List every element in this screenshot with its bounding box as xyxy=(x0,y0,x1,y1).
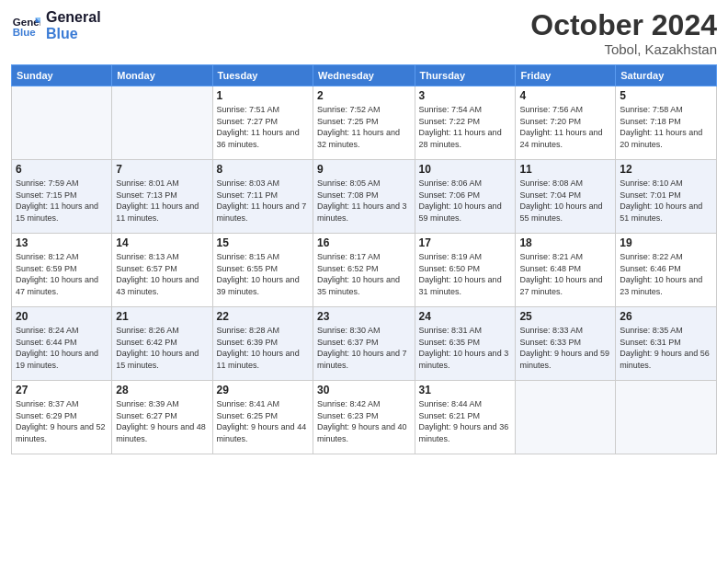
day-number: 9 xyxy=(317,163,411,176)
day-info: Sunrise: 7:56 AM Sunset: 7:20 PM Dayligh… xyxy=(519,104,611,150)
day-number: 16 xyxy=(317,236,411,249)
logo-general: General xyxy=(46,9,101,26)
table-row xyxy=(516,381,616,454)
day-info: Sunrise: 8:08 AM Sunset: 7:04 PM Dayligh… xyxy=(519,178,611,224)
day-info: Sunrise: 8:13 AM Sunset: 6:57 PM Dayligh… xyxy=(116,251,208,297)
table-row xyxy=(616,381,717,454)
day-number: 13 xyxy=(16,236,108,249)
day-info: Sunrise: 8:42 AM Sunset: 6:23 PM Dayligh… xyxy=(317,398,411,444)
day-info: Sunrise: 7:59 AM Sunset: 7:15 PM Dayligh… xyxy=(16,178,108,224)
table-row xyxy=(12,86,112,160)
logo: General Blue General Blue xyxy=(11,9,101,41)
table-row: 30Sunrise: 8:42 AM Sunset: 6:23 PM Dayli… xyxy=(313,381,415,454)
day-info: Sunrise: 8:44 AM Sunset: 6:21 PM Dayligh… xyxy=(419,398,512,444)
col-sunday: Sunday xyxy=(12,65,112,86)
day-number: 20 xyxy=(16,310,108,323)
calendar-week-row: 6Sunrise: 7:59 AM Sunset: 7:15 PM Daylig… xyxy=(12,160,717,234)
calendar-week-row: 27Sunrise: 8:37 AM Sunset: 6:29 PM Dayli… xyxy=(12,381,717,454)
table-row: 22Sunrise: 8:28 AM Sunset: 6:39 PM Dayli… xyxy=(212,307,313,381)
day-number: 7 xyxy=(116,163,208,176)
day-info: Sunrise: 8:03 AM Sunset: 7:11 PM Dayligh… xyxy=(217,178,309,224)
day-number: 14 xyxy=(116,236,208,249)
day-number: 28 xyxy=(116,384,208,396)
calendar-week-row: 13Sunrise: 8:12 AM Sunset: 6:59 PM Dayli… xyxy=(12,234,717,307)
table-row: 9Sunrise: 8:05 AM Sunset: 7:08 PM Daylig… xyxy=(313,160,415,234)
day-info: Sunrise: 8:37 AM Sunset: 6:29 PM Dayligh… xyxy=(16,398,108,444)
table-row: 16Sunrise: 8:17 AM Sunset: 6:52 PM Dayli… xyxy=(313,234,415,307)
day-number: 6 xyxy=(16,163,108,176)
day-info: Sunrise: 8:24 AM Sunset: 6:44 PM Dayligh… xyxy=(16,325,108,371)
day-info: Sunrise: 7:52 AM Sunset: 7:25 PM Dayligh… xyxy=(317,104,411,150)
col-monday: Monday xyxy=(112,65,212,86)
day-number: 4 xyxy=(519,89,611,102)
day-number: 8 xyxy=(217,163,309,176)
day-number: 22 xyxy=(217,310,309,323)
table-row: 7Sunrise: 8:01 AM Sunset: 7:13 PM Daylig… xyxy=(112,160,212,234)
day-number: 1 xyxy=(217,89,309,102)
day-info: Sunrise: 8:22 AM Sunset: 6:46 PM Dayligh… xyxy=(620,251,712,297)
day-info: Sunrise: 7:51 AM Sunset: 7:27 PM Dayligh… xyxy=(217,104,309,150)
day-number: 15 xyxy=(217,236,309,249)
day-info: Sunrise: 8:41 AM Sunset: 6:25 PM Dayligh… xyxy=(217,398,309,444)
table-row: 12Sunrise: 8:10 AM Sunset: 7:01 PM Dayli… xyxy=(616,160,717,234)
day-number: 29 xyxy=(217,384,309,396)
day-number: 21 xyxy=(116,310,208,323)
day-number: 5 xyxy=(620,89,712,102)
day-info: Sunrise: 7:58 AM Sunset: 7:18 PM Dayligh… xyxy=(620,104,712,150)
day-info: Sunrise: 8:35 AM Sunset: 6:31 PM Dayligh… xyxy=(620,325,712,371)
logo-blue: Blue xyxy=(46,26,101,42)
table-row: 18Sunrise: 8:21 AM Sunset: 6:48 PM Dayli… xyxy=(516,234,616,307)
logo-icon: General Blue xyxy=(11,11,40,40)
table-row: 14Sunrise: 8:13 AM Sunset: 6:57 PM Dayli… xyxy=(112,234,212,307)
header: General Blue General Blue October 2024 T… xyxy=(11,9,717,57)
day-number: 31 xyxy=(419,384,512,396)
day-number: 17 xyxy=(419,236,512,249)
day-info: Sunrise: 8:26 AM Sunset: 6:42 PM Dayligh… xyxy=(116,325,208,371)
calendar-header-row: Sunday Monday Tuesday Wednesday Thursday… xyxy=(12,65,717,86)
page: General Blue General Blue October 2024 T… xyxy=(0,0,728,563)
day-info: Sunrise: 8:15 AM Sunset: 6:55 PM Dayligh… xyxy=(217,251,309,297)
col-tuesday: Tuesday xyxy=(212,65,313,86)
table-row: 13Sunrise: 8:12 AM Sunset: 6:59 PM Dayli… xyxy=(12,234,112,307)
day-number: 2 xyxy=(317,89,411,102)
table-row: 24Sunrise: 8:31 AM Sunset: 6:35 PM Dayli… xyxy=(415,307,516,381)
day-info: Sunrise: 8:17 AM Sunset: 6:52 PM Dayligh… xyxy=(317,251,411,297)
calendar-week-row: 1Sunrise: 7:51 AM Sunset: 7:27 PM Daylig… xyxy=(12,86,717,160)
table-row: 8Sunrise: 8:03 AM Sunset: 7:11 PM Daylig… xyxy=(212,160,313,234)
table-row: 31Sunrise: 8:44 AM Sunset: 6:21 PM Dayli… xyxy=(415,381,516,454)
day-info: Sunrise: 8:01 AM Sunset: 7:13 PM Dayligh… xyxy=(116,178,208,224)
day-info: Sunrise: 8:33 AM Sunset: 6:33 PM Dayligh… xyxy=(519,325,611,371)
table-row: 21Sunrise: 8:26 AM Sunset: 6:42 PM Dayli… xyxy=(112,307,212,381)
day-number: 30 xyxy=(317,384,411,396)
title-area: October 2024 Tobol, Kazakhstan xyxy=(530,9,717,57)
calendar-table: Sunday Monday Tuesday Wednesday Thursday… xyxy=(11,64,717,454)
day-number: 27 xyxy=(16,384,108,396)
day-info: Sunrise: 8:31 AM Sunset: 6:35 PM Dayligh… xyxy=(419,325,512,371)
table-row: 27Sunrise: 8:37 AM Sunset: 6:29 PM Dayli… xyxy=(12,381,112,454)
table-row: 28Sunrise: 8:39 AM Sunset: 6:27 PM Dayli… xyxy=(112,381,212,454)
calendar-week-row: 20Sunrise: 8:24 AM Sunset: 6:44 PM Dayli… xyxy=(12,307,717,381)
day-number: 24 xyxy=(419,310,512,323)
table-row: 4Sunrise: 7:56 AM Sunset: 7:20 PM Daylig… xyxy=(516,86,616,160)
day-info: Sunrise: 8:10 AM Sunset: 7:01 PM Dayligh… xyxy=(620,178,712,224)
svg-text:Blue: Blue xyxy=(13,26,37,37)
col-friday: Friday xyxy=(516,65,616,86)
day-number: 23 xyxy=(317,310,411,323)
table-row: 25Sunrise: 8:33 AM Sunset: 6:33 PM Dayli… xyxy=(516,307,616,381)
table-row xyxy=(112,86,212,160)
table-row: 23Sunrise: 8:30 AM Sunset: 6:37 PM Dayli… xyxy=(313,307,415,381)
col-saturday: Saturday xyxy=(616,65,717,86)
table-row: 6Sunrise: 7:59 AM Sunset: 7:15 PM Daylig… xyxy=(12,160,112,234)
col-thursday: Thursday xyxy=(415,65,516,86)
table-row: 5Sunrise: 7:58 AM Sunset: 7:18 PM Daylig… xyxy=(616,86,717,160)
table-row: 19Sunrise: 8:22 AM Sunset: 6:46 PM Dayli… xyxy=(616,234,717,307)
day-number: 25 xyxy=(519,310,611,323)
table-row: 3Sunrise: 7:54 AM Sunset: 7:22 PM Daylig… xyxy=(415,86,516,160)
month-title: October 2024 xyxy=(530,9,717,41)
table-row: 20Sunrise: 8:24 AM Sunset: 6:44 PM Dayli… xyxy=(12,307,112,381)
table-row: 29Sunrise: 8:41 AM Sunset: 6:25 PM Dayli… xyxy=(212,381,313,454)
day-info: Sunrise: 8:12 AM Sunset: 6:59 PM Dayligh… xyxy=(16,251,108,297)
day-info: Sunrise: 8:39 AM Sunset: 6:27 PM Dayligh… xyxy=(116,398,208,444)
day-info: Sunrise: 8:21 AM Sunset: 6:48 PM Dayligh… xyxy=(519,251,611,297)
table-row: 10Sunrise: 8:06 AM Sunset: 7:06 PM Dayli… xyxy=(415,160,516,234)
